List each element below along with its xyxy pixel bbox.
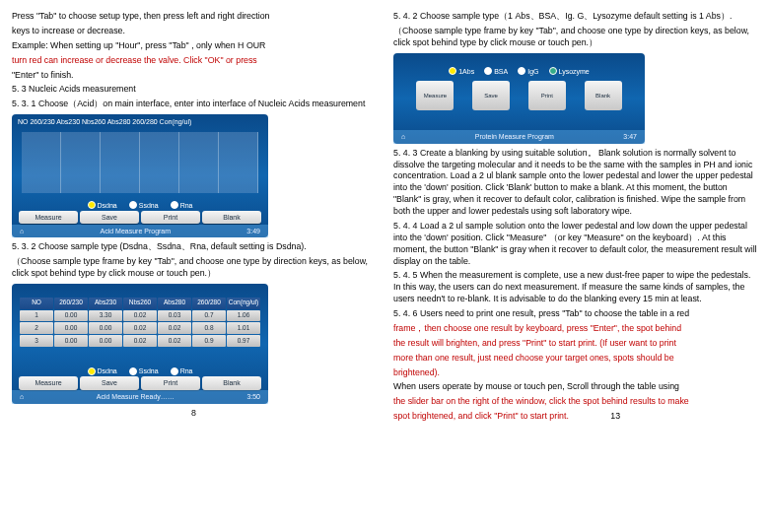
measure-button[interactable]: Measure [19, 376, 78, 389]
text: frame，then choose one result by keyboard… [393, 323, 757, 335]
text: When users operate by mouse or touch pen… [393, 381, 757, 393]
text: the slider bar on the right of the windo… [393, 396, 757, 408]
text: turn red can increase or decrease the va… [12, 55, 376, 67]
blank-button[interactable]: Blank [202, 211, 261, 224]
text: more than one result, just need choose y… [393, 353, 757, 365]
text: 5. 4. 5 When the measurement is complete… [393, 270, 757, 305]
page-number: 8 [12, 408, 376, 420]
text: the result will brighten, and press "Pri… [393, 338, 757, 350]
screenshot-acid-measure-empty: NO 260/230 Abs230 Nbs260 Abs280 260/280 … [12, 114, 268, 237]
page-number: 13 [610, 411, 620, 421]
text: 5. 4. 2 Choose sample type（1 Abs、BSA、Ig.… [393, 11, 757, 23]
text: 5. 3. 1 Choose（Acid）on main interface, e… [12, 99, 376, 110]
save-button[interactable]: Save [80, 211, 139, 224]
screenshot-protein-measure: 1Abs BSA IgG Lysozyme Measure Save Print… [393, 53, 645, 144]
text: 5. 4. 6 Users need to print one result, … [393, 308, 757, 320]
save-icon[interactable]: Save [472, 81, 510, 110]
measure-icon[interactable]: Measure [416, 81, 454, 110]
text: keys to increase or decrease. [12, 26, 376, 37]
blank-button[interactable]: Blank [202, 376, 261, 389]
print-button[interactable]: Print [141, 211, 200, 224]
text: brightened). [393, 367, 757, 379]
heading: 5. 3 Nucleic Acids measurement [12, 84, 376, 96]
text: 5. 4. 3 Create a blanking by using suita… [393, 148, 757, 218]
text: spot brightened, and click "Print" to st… [393, 411, 757, 423]
text: "Enter" to finish. [12, 70, 376, 82]
text: 5. 4. 4 Load a 2 ul sample solution onto… [393, 221, 757, 268]
text: Press "Tab" to choose setup type, then p… [12, 11, 376, 23]
blank-icon[interactable]: Blank [585, 81, 622, 110]
text: Example: When setting up "Hour", press "… [12, 40, 376, 52]
print-icon[interactable]: Print [528, 81, 566, 110]
text: （Choose sample type frame by key "Tab", … [12, 256, 376, 280]
save-button[interactable]: Save [80, 376, 139, 389]
measure-button[interactable]: Measure [19, 211, 78, 224]
screenshot-acid-measure-data: NO260/230Abs230Nbs260Abs280260/280Con(ng… [12, 284, 268, 404]
text: 5. 3. 2 Choose sample type (Dsdna、Ssdna、… [12, 241, 376, 253]
text: （Choose sample type frame by key "Tab", … [393, 26, 757, 49]
print-button[interactable]: Print [141, 376, 200, 389]
